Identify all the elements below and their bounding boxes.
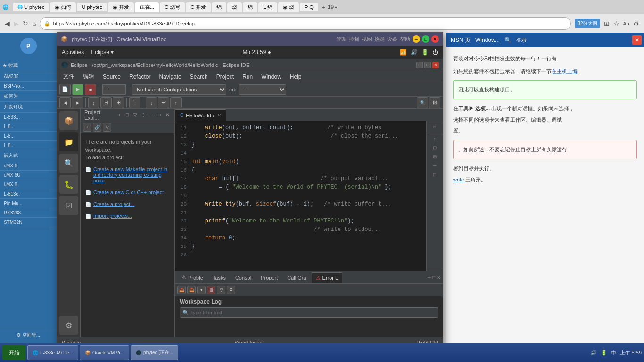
toolbar-expand-btn[interactable]: ⊞ [113, 97, 124, 108]
toolbar-perspective-btn[interactable]: ⊠ [429, 97, 440, 108]
browser-tab-12[interactable]: ◉ 烧 [278, 2, 299, 12]
sidebar-nav-item-13[interactable]: Pin Mu... [0, 199, 57, 208]
vbox-minimize-btn[interactable]: ─ [413, 35, 420, 43]
sidebar-nav-item-4[interactable]: L-833... [0, 113, 57, 122]
outline-btn-5[interactable]: □ [431, 171, 438, 178]
eclipse-minimize-btn[interactable]: ─ [416, 62, 423, 68]
zoom-button[interactable]: 32张大图 [575, 19, 600, 28]
bp-settings-btn[interactable]: ⚙ [227, 286, 235, 294]
menu-run[interactable]: Run [239, 72, 256, 82]
browser-tab-3[interactable]: U phytec [77, 3, 107, 11]
sidebar-nav-item-3[interactable]: 开发环境 [0, 102, 57, 113]
activity-debug-icon[interactable]: 🐛 [59, 175, 78, 194]
outline-btn-2[interactable]: ⊟ [431, 144, 438, 151]
taskbar-item-3[interactable]: 🌑 phytec [正在... [131, 345, 178, 360]
sidebar-nav-item-11[interactable]: i.MX 8 [0, 180, 57, 189]
sidebar-nav-item-9[interactable]: i.MX 6 [0, 161, 57, 171]
bookmark-btn[interactable]: ☆ [613, 20, 619, 27]
sidebar-nav-item-15[interactable]: STM32N [0, 218, 57, 227]
sidebar-nav-item-10[interactable]: i.MX 6U [0, 171, 57, 180]
taskbar-start-button[interactable]: 开始 [2, 345, 26, 360]
back-button[interactable]: ◀ [5, 20, 10, 27]
filter-input[interactable] [180, 307, 438, 318]
vbox-menu-machine[interactable]: 管理 [336, 36, 347, 43]
new-tab-button[interactable]: + [322, 3, 325, 11]
outline-btn-4[interactable]: ─ [431, 162, 438, 169]
bp-filter-btn[interactable]: ▽ [217, 286, 225, 294]
bottom-tab-tasks[interactable]: Tasks [208, 272, 230, 283]
menu-edit[interactable]: 编辑 [79, 71, 98, 82]
eclipse-maximize-btn[interactable]: □ [424, 62, 431, 68]
toolbar-collapse-btn[interactable]: ⊟ [100, 97, 112, 108]
panel-maximize-icon[interactable]: □ [156, 112, 163, 118]
browser-tab-4[interactable]: ◉ 开发 [108, 2, 134, 12]
settings-icon[interactable]: ⚙ [633, 20, 639, 27]
menu-window[interactable]: Window [257, 72, 285, 82]
vbox-menu-help[interactable]: 帮助 [400, 36, 410, 43]
panel-close-icon[interactable]: ✕ [164, 112, 171, 118]
vbox-menu-input[interactable]: 热键 [374, 36, 385, 43]
toolbar-step-over[interactable]: ↩ [158, 97, 169, 108]
menu-refactor[interactable]: Refactor [125, 72, 154, 82]
activity-files-icon[interactable]: 📁 [59, 132, 78, 151]
reload-button[interactable]: ↻ [23, 20, 28, 27]
menu-search[interactable]: Search [186, 72, 212, 82]
browser-tab-13[interactable]: P Q [300, 3, 318, 11]
browser-tab-2[interactable]: ◉ 如何 [50, 2, 76, 12]
sidebar-nav-item-5[interactable]: L-8... [0, 122, 57, 132]
browser-tab-10[interactable]: 烧 [243, 2, 257, 12]
pe-filter-btn[interactable]: ▽ [103, 123, 111, 132]
bp-import-btn[interactable]: 📥 [187, 286, 196, 294]
eclipse-close-btn[interactable]: ✕ [432, 62, 439, 68]
vbox-menu-control[interactable]: 控制 [349, 36, 359, 43]
bottom-tab-callgraph[interactable]: Call Gra [283, 272, 310, 283]
pe-new-btn[interactable]: + [83, 123, 91, 132]
sidebar-nav-item-6[interactable]: L-8... [0, 132, 57, 141]
toolbar-fwd-btn[interactable]: ▶ [72, 97, 83, 108]
sidebar-nav-item-12[interactable]: L-813e. [0, 189, 57, 199]
menu-project[interactable]: Project [213, 72, 238, 82]
panel-collapse-icon[interactable]: ⊟ [124, 112, 131, 118]
sidebar-nav-item-7[interactable]: L-8... [0, 141, 57, 150]
browser-tab-7[interactable]: C 开发 [186, 2, 211, 12]
panel-menu-icon[interactable]: ⋮ [140, 112, 147, 118]
toolbar-step-into[interactable]: ↓ [146, 97, 157, 108]
vbox-menu-device[interactable]: 设备 [387, 36, 397, 43]
bp-menu-btn[interactable]: ▾ [197, 286, 206, 294]
bp-export-btn[interactable]: 📤 [177, 286, 186, 294]
browser-tab-8[interactable]: 烧 [212, 2, 226, 12]
bottom-panel-maximize[interactable]: □ [432, 275, 435, 280]
bottom-tab-properties[interactable]: Propert [256, 272, 282, 283]
menu-file[interactable]: 文件 [59, 71, 78, 82]
create-makefile-link[interactable]: Create a new Makefile project in a direc… [93, 166, 170, 183]
menu-help[interactable]: Help [286, 72, 305, 82]
editor-tab-close[interactable]: ✕ [217, 113, 221, 118]
link-next[interactable]: 在主机上编 [552, 68, 578, 74]
toolbar-sync-btn[interactable]: ↕ [88, 97, 99, 108]
toolbar-run-btn[interactable]: ▶ [72, 84, 83, 95]
panel-filter-icon[interactable]: ▽ [132, 112, 139, 118]
vbox-menu-view[interactable]: 视图 [362, 36, 372, 43]
launch-config-dropdown[interactable]: No Launch Configurations [132, 84, 226, 95]
browser-tab-5[interactable]: 正在... [135, 2, 159, 12]
code-area[interactable]: 11 write(out, buffer, count); /* write n… [175, 121, 426, 271]
write-link[interactable]: write [453, 177, 464, 182]
activity-tasks-icon[interactable]: ☑ [59, 196, 78, 215]
bottom-tab-console[interactable]: Consol [231, 272, 256, 283]
bp-clear-btn[interactable]: 🗑 [207, 286, 215, 294]
toolbar-search-btn[interactable]: 🔍 [417, 97, 428, 108]
sidebar-nav-item-2[interactable]: 如何为 [0, 91, 57, 102]
toolbar-new-btn[interactable]: 📄 [59, 84, 71, 95]
pe-link-btn[interactable]: 🔗 [93, 123, 101, 132]
sidebar-nav-item-1[interactable]: BSP-Yo... [0, 82, 57, 91]
editor-tab-helloworld[interactable]: C HelloWorld.c ✕ [175, 109, 226, 121]
bottom-panel-close[interactable]: ✕ [437, 275, 440, 280]
tab-list-btn[interactable]: ▾ [335, 5, 337, 10]
browser-tab-1[interactable]: 🌐U phytec [13, 3, 49, 11]
menu-source[interactable]: Source [99, 72, 124, 82]
activity-settings-icon[interactable]: ⚙ [59, 316, 78, 335]
toolbar-back-btn[interactable]: ◀ [59, 97, 71, 108]
signin-label[interactable]: 登录 [516, 37, 527, 44]
vbox-maximize-btn[interactable]: □ [422, 35, 429, 43]
taskbar-item-1[interactable]: 🌐 L-833e.A9 De... [27, 345, 78, 360]
